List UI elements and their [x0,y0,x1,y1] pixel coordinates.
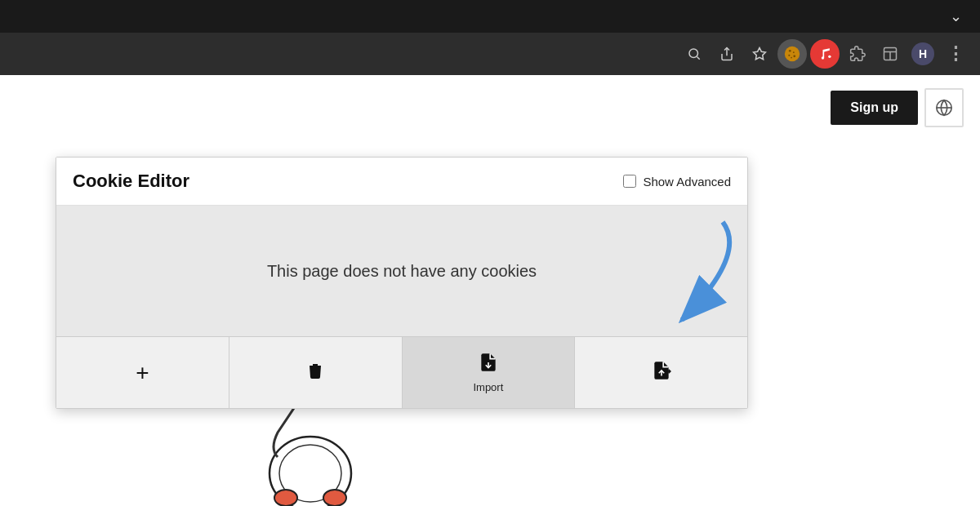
cookie-extension-icon[interactable] [777,39,807,69]
import-cookie-button[interactable]: Import [403,337,576,408]
signup-button[interactable]: Sign up [831,91,918,125]
page-content: Sign up [0,75,980,506]
svg-point-9 [791,57,792,59]
svg-point-8 [793,55,795,57]
bookmark-icon[interactable] [745,39,774,69]
cookie-editor-popup: Cookie Editor Show Advanced This page do… [56,157,748,409]
svg-point-11 [822,56,824,59]
import-icon [478,352,499,378]
show-advanced-checkbox[interactable] [623,175,636,188]
browser-menu-icon[interactable]: ⋮ [941,39,970,69]
svg-point-22 [279,445,341,502]
chevron-down-icon[interactable]: ⌄ [941,2,970,31]
extensions-puzzle-icon[interactable] [843,39,872,69]
popup-footer: + [56,336,747,408]
export-cookie-button[interactable] [575,337,747,408]
svg-point-5 [789,50,791,52]
export-icon [651,360,672,386]
svg-line-1 [697,56,699,59]
page-actions: Sign up [831,88,964,127]
delete-cookie-button[interactable] [229,337,403,408]
layout-icon[interactable] [875,39,905,69]
trash-icon [305,361,325,385]
svg-point-0 [689,49,698,58]
empty-state-message: This page does not have any cookies [267,262,537,281]
popup-body: This page does not have any cookies [56,206,747,336]
popup-title: Cookie Editor [73,171,189,192]
share-icon[interactable] [712,39,742,69]
globe-button[interactable] [924,88,964,127]
show-advanced-label[interactable]: Show Advanced [623,175,731,189]
show-advanced-text: Show Advanced [643,175,731,189]
add-icon: + [136,360,149,386]
svg-point-4 [785,47,800,61]
svg-point-23 [274,490,297,506]
add-cookie-button[interactable]: + [56,337,229,408]
popup-header: Cookie Editor Show Advanced [56,158,747,206]
svg-point-6 [793,51,795,53]
svg-point-12 [828,55,831,58]
svg-text:H: H [919,47,927,60]
svg-point-21 [270,437,351,506]
svg-marker-3 [754,48,766,60]
svg-point-24 [323,490,346,506]
search-icon[interactable] [679,39,709,69]
music-extension-icon[interactable] [810,39,840,69]
browser-top-bar: ⌄ [0,0,980,33]
profile-avatar[interactable]: H [908,39,938,69]
browser-toolbar: H ⋮ [0,33,980,75]
import-arrow [535,206,747,336]
svg-point-7 [788,55,790,56]
import-label: Import [473,381,503,393]
